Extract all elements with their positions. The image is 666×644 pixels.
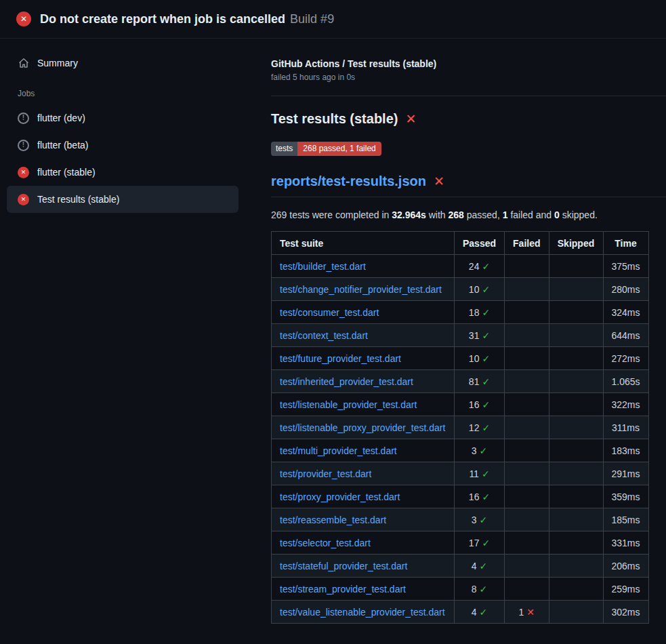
report-link[interactable]: reports/test-results.json <box>271 174 426 189</box>
build-number: Build #9 <box>290 12 334 26</box>
suite-link[interactable]: test/provider_test.dart <box>280 468 371 479</box>
suite-cell: test/context_test.dart <box>272 324 455 347</box>
divider <box>271 96 666 96</box>
table-row: test/listenable_provider_test.dart 16✓ 3… <box>272 393 649 416</box>
suite-link[interactable]: test/listenable_proxy_provider_test.dart <box>280 422 445 433</box>
check-icon: ✓ <box>480 584 488 595</box>
suite-link[interactable]: test/proxy_provider_test.dart <box>280 491 400 502</box>
table-row: test/stream_provider_test.dart 8✓ 259ms <box>272 578 649 601</box>
suite-link[interactable]: test/value_listenable_provider_test.dart <box>280 607 445 618</box>
table-row: test/value_listenable_provider_test.dart… <box>272 601 649 624</box>
suite-link[interactable]: test/builder_test.dart <box>280 261 366 272</box>
suite-link[interactable]: test/listenable_provider_test.dart <box>280 399 417 410</box>
failed-cell <box>505 462 549 485</box>
suite-link[interactable]: test/context_test.dart <box>280 330 368 341</box>
skipped-cell <box>549 555 603 578</box>
table-row: test/proxy_provider_test.dart 16✓ 359ms <box>272 485 649 508</box>
skipped-cell <box>549 301 603 324</box>
table-row: test/listenable_proxy_provider_test.dart… <box>272 416 649 439</box>
failed-cell <box>505 370 549 393</box>
time-cell: 322ms <box>603 393 648 416</box>
passed-cell: 4✓ <box>455 555 505 578</box>
check-icon: ✓ <box>482 399 490 410</box>
passed-count: 81 <box>469 376 480 387</box>
passed-cell: 4✓ <box>455 601 505 624</box>
job-status-icon: ✕ <box>18 167 29 178</box>
suite-cell: test/value_listenable_provider_test.dart <box>272 601 455 624</box>
passed-count: 4 <box>472 561 477 571</box>
passed-count: 3 <box>472 515 477 525</box>
passed-count: 18 <box>469 307 480 318</box>
section-title: Test results (stable) ✕ <box>271 111 666 127</box>
report-title: reports/test-results.json ✕ <box>271 174 666 197</box>
passed-cell: 11✓ <box>455 462 505 485</box>
passed-cell: 18✓ <box>455 301 505 324</box>
failed-cell <box>505 531 549 555</box>
jobs-heading: Jobs <box>7 89 238 98</box>
failed-total: 1 <box>503 209 508 220</box>
summary-text: skipped. <box>560 209 598 220</box>
table-row: test/context_test.dart 31✓ 644ms <box>272 324 649 347</box>
sidebar-item-summary[interactable]: Summary <box>7 51 238 75</box>
job-label: flutter (beta) <box>37 140 88 150</box>
time-cell: 644ms <box>603 324 648 347</box>
suite-link[interactable]: test/inherited_provider_test.dart <box>280 376 413 387</box>
suite-cell: test/selector_test.dart <box>272 531 455 555</box>
suite-link[interactable]: test/multi_provider_test.dart <box>280 445 397 456</box>
sidebar-item-flutter-dev[interactable]: ! flutter (dev) <box>7 104 238 132</box>
failed-cell <box>505 416 549 439</box>
suite-cell: test/change_notifier_provider_test.dart <box>272 278 455 301</box>
check-icon: ✓ <box>482 284 490 295</box>
suite-link[interactable]: test/selector_test.dart <box>280 538 371 548</box>
suite-cell: test/multi_provider_test.dart <box>272 439 455 462</box>
table-row: test/reassemble_test.dart 3✓ 185ms <box>272 508 649 531</box>
passed-count: 16 <box>469 491 480 502</box>
passed-count: 8 <box>472 584 477 595</box>
sidebar: Summary Jobs ! flutter (dev) ! flutter (… <box>0 39 255 644</box>
tests-badge-value: 268 passed, 1 failed <box>297 142 381 156</box>
col-header-passed: Passed <box>455 232 505 255</box>
passed-count: 10 <box>469 353 480 364</box>
passed-total: 268 <box>449 209 464 220</box>
suite-link[interactable]: test/consumer_test.dart <box>280 307 379 318</box>
suite-cell: test/consumer_test.dart <box>272 301 455 324</box>
passed-cell: 10✓ <box>455 347 505 370</box>
time-cell: 302ms <box>603 601 648 624</box>
suite-cell: test/stateful_provider_test.dart <box>272 555 455 578</box>
table-row: test/future_provider_test.dart 10✓ 272ms <box>272 347 649 370</box>
suite-link[interactable]: test/future_provider_test.dart <box>280 353 401 364</box>
failed-cell <box>505 324 549 347</box>
check-icon: ✓ <box>480 445 488 456</box>
passed-cell: 12✓ <box>455 416 505 439</box>
report-failed-x-icon: ✕ <box>434 175 444 188</box>
suite-link[interactable]: test/change_notifier_provider_test.dart <box>280 284 442 295</box>
results-table-body: test/builder_test.dart 24✓ 375ms test/ch… <box>272 255 649 624</box>
failed-cell: 1✕ <box>505 601 549 624</box>
sidebar-item-test-results-stable[interactable]: ✕ Test results (stable) <box>7 186 238 213</box>
page-header: ✕ Do not create report when job is cance… <box>0 0 666 39</box>
suite-link[interactable]: test/reassemble_test.dart <box>280 515 386 525</box>
time-cell: 183ms <box>603 439 648 462</box>
suite-link[interactable]: test/stateful_provider_test.dart <box>280 561 407 571</box>
suite-cell: test/reassemble_test.dart <box>272 508 455 531</box>
failed-cell <box>505 578 549 601</box>
suite-link[interactable]: test/stream_provider_test.dart <box>280 584 406 595</box>
main-content: GitHub Actions / Test results (stable) f… <box>255 39 666 644</box>
sidebar-item-flutter-stable[interactable]: ✕ flutter (stable) <box>7 159 238 186</box>
suite-cell: test/stream_provider_test.dart <box>272 578 455 601</box>
passed-cell: 8✓ <box>455 578 505 601</box>
table-row: test/consumer_test.dart 18✓ 324ms <box>272 301 649 324</box>
passed-cell: 16✓ <box>455 393 505 416</box>
passed-count: 31 <box>469 330 480 341</box>
skipped-cell <box>549 393 603 416</box>
sidebar-item-flutter-beta[interactable]: ! flutter (beta) <box>7 132 238 159</box>
table-row: test/change_notifier_provider_test.dart … <box>272 278 649 301</box>
passed-count: 4 <box>472 607 477 618</box>
time-cell: 311ms <box>603 416 648 439</box>
skipped-cell <box>549 370 603 393</box>
passed-count: 12 <box>469 422 480 433</box>
skipped-cell <box>549 416 603 439</box>
passed-cell: 3✓ <box>455 508 505 531</box>
skipped-cell <box>549 347 603 370</box>
passed-cell: 16✓ <box>455 485 505 508</box>
